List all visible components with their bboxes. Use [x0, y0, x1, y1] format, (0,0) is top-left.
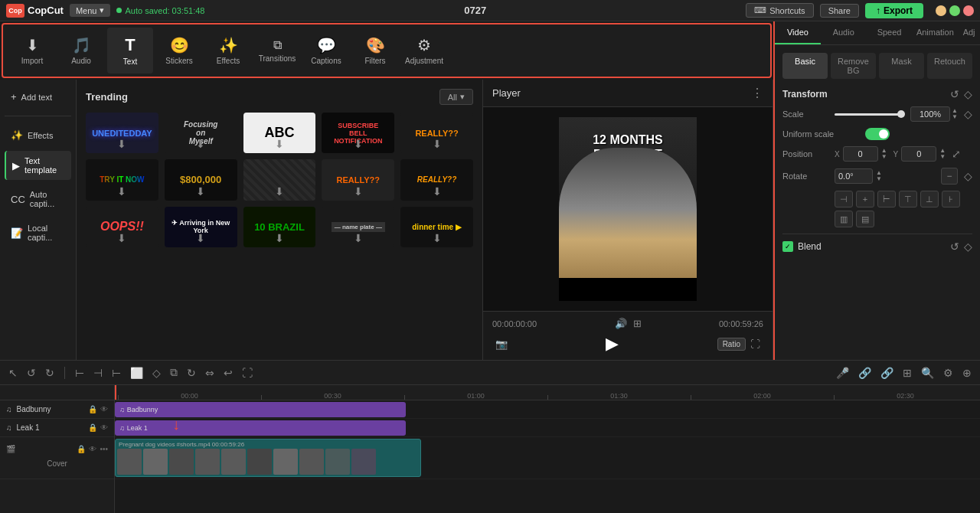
template-card[interactable]: 10 BRAZIL ⬇ — [243, 207, 316, 247]
template-card[interactable]: REALLY?? ⬇ — [322, 159, 394, 200]
tl-magnet-button[interactable]: 🔗 — [878, 364, 896, 381]
tl-redo-button[interactable]: ↻ — [43, 364, 57, 381]
all-button[interactable]: All ▾ — [439, 89, 473, 105]
rotate-keyframe-icon[interactable]: ◇ — [964, 170, 972, 182]
tab-speed[interactable]: Speed — [867, 21, 913, 44]
sidebar-text-template[interactable]: ▶ Text template — [5, 151, 71, 180]
align-distribute-h-button[interactable]: ▥ — [835, 211, 853, 227]
toolbar-filters[interactable]: 🎨 Filters — [352, 28, 398, 74]
sidebar-effects[interactable]: ✨ Effects — [5, 124, 71, 146]
sidebar-auto-caption[interactable]: CC Auto capti... — [5, 185, 71, 214]
blend-checkbox[interactable]: ✓ — [782, 241, 793, 252]
lock2-icon[interactable]: 🔒 — [88, 423, 97, 432]
template-card[interactable]: $800,000 ⬇ — [165, 159, 237, 200]
toolbar-transitions[interactable]: ⧉ Transitions — [254, 28, 300, 74]
tl-cursor-button[interactable]: ↖ — [6, 364, 20, 381]
scale-slider[interactable] — [835, 113, 904, 116]
x-down-arrow[interactable]: ▼ — [881, 154, 887, 160]
tab-video[interactable]: Video — [775, 21, 821, 44]
maximize-button[interactable] — [949, 5, 960, 16]
close-button[interactable] — [963, 5, 974, 16]
tl-zoom-button[interactable]: ⊕ — [960, 364, 974, 381]
template-card[interactable]: SUBSCRIBEBELL NOTIFICATION ⬇ — [322, 113, 394, 153]
tl-rotate-button[interactable]: ↩ — [221, 364, 235, 381]
btab-retouch[interactable]: Retouch — [927, 53, 972, 79]
position-expand-icon[interactable]: ⤢ — [952, 148, 961, 160]
template-card[interactable]: OOPS!! ⬇ — [86, 207, 158, 247]
snapshot-icon[interactable]: 📷 — [495, 338, 508, 350]
tl-mic-button[interactable]: 🎤 — [834, 364, 851, 381]
template-card[interactable]: UNEDITEDDAY ⬇ — [86, 113, 158, 153]
align-center-v-button[interactable]: ⊥ — [920, 191, 939, 207]
rotate-value-input[interactable] — [835, 168, 873, 184]
btab-basic[interactable]: Basic — [782, 53, 828, 79]
clip-leak1[interactable]: ♫ Leak 1 — [115, 420, 406, 436]
template-card[interactable]: ⬇ — [243, 159, 316, 200]
btab-removebg[interactable]: Remove BG — [831, 53, 876, 79]
ratio-button[interactable]: Ratio — [717, 338, 746, 351]
toolbar-stickers[interactable]: 😊 Stickers — [156, 28, 202, 74]
play-button[interactable]: ▶ — [606, 334, 619, 354]
sidebar-local-caption[interactable]: 📝 Local capti... — [5, 218, 71, 247]
minimize-button[interactable] — [936, 5, 946, 16]
template-card[interactable]: REALLY?? ⬇ — [400, 113, 473, 153]
tl-zoom-out-button[interactable]: 🔍 — [919, 364, 936, 381]
template-card[interactable]: ABC ⬇ — [243, 113, 316, 153]
tab-audio[interactable]: Audio — [821, 21, 867, 44]
toolbar-audio[interactable]: 🎵 Audio — [58, 28, 104, 74]
eye3-icon[interactable]: 👁 — [89, 445, 96, 453]
tl-split2-button[interactable]: ⊞ — [900, 364, 914, 381]
position-x-input[interactable] — [843, 146, 878, 162]
template-card[interactable]: — name plate — ⬇ — [322, 207, 394, 247]
tl-copy-button[interactable]: ⧉ — [168, 364, 180, 381]
tl-keyframe-button[interactable]: ◇ — [150, 364, 163, 381]
sidebar-add-text[interactable]: + Add text — [5, 86, 71, 108]
fullscreen-button[interactable]: ⛶ — [750, 338, 760, 350]
more-icon[interactable]: ••• — [100, 445, 108, 453]
rotate-minus-button[interactable]: − — [941, 168, 958, 185]
blend-keyframe-icon[interactable]: ◇ — [964, 240, 972, 253]
export-button[interactable]: ↑ Export — [865, 3, 923, 18]
toolbar-text[interactable]: T Text — [107, 28, 153, 74]
template-card[interactable]: TRY IT NOW ⬇ — [86, 159, 158, 200]
tl-delete-button[interactable]: ⬜ — [128, 364, 145, 381]
scale-value-input[interactable] — [910, 106, 950, 122]
share-button[interactable]: Share — [820, 4, 859, 18]
toolbar-captions[interactable]: 💬 Captions — [303, 28, 349, 74]
align-left-button[interactable]: ⊣ — [835, 191, 853, 207]
btab-mask[interactable]: Mask — [879, 53, 924, 79]
eye2-icon[interactable]: 👁 — [100, 423, 108, 432]
align-right-button[interactable]: ⊢ — [877, 191, 896, 207]
menu-button[interactable]: Menu ▾ — [70, 4, 111, 17]
eye-icon[interactable]: 👁 — [100, 405, 108, 413]
position-y-input[interactable] — [901, 146, 936, 162]
toolbar-import[interactable]: ⬇ Import — [9, 28, 55, 74]
tl-link-button[interactable]: 🔗 — [856, 364, 874, 381]
lock-icon[interactable]: 🔒 — [88, 405, 97, 413]
transform-reset-icon[interactable]: ↺ — [950, 88, 959, 100]
player-menu-icon[interactable]: ⋮ — [751, 86, 763, 100]
clip-badbunny[interactable]: ♫ Badbunny — [115, 402, 406, 417]
scale-keyframe-icon[interactable]: ◇ — [964, 108, 972, 120]
align-distribute-v-button[interactable]: ▤ — [856, 211, 874, 227]
shortcuts-button[interactable]: ⌨ Shortcuts — [746, 3, 813, 18]
align-top-button[interactable]: ⊤ — [899, 191, 917, 207]
tl-undo-button[interactable]: ↺ — [24, 364, 38, 381]
tl-trim-right-button[interactable]: ⊢ — [109, 364, 123, 381]
y-down-arrow[interactable]: ▼ — [939, 154, 946, 160]
align-bottom-button[interactable]: ⊦ — [942, 191, 960, 207]
blend-reset-icon[interactable]: ↺ — [950, 240, 959, 253]
tl-split-button[interactable]: ⊢ — [73, 364, 87, 381]
transform-keyframe-icon[interactable]: ◇ — [964, 88, 972, 100]
speaker-icon[interactable]: 🔊 — [615, 318, 627, 329]
template-card[interactable]: dinner time ▶ ⬇ — [400, 207, 473, 247]
tl-trim-left-button[interactable]: ⊣ — [91, 364, 105, 381]
tl-flip-button[interactable]: ⇔ — [203, 364, 217, 381]
tl-settings-button[interactable]: ⚙ — [941, 364, 956, 381]
tl-crop-button[interactable]: ⛶ — [240, 364, 255, 381]
lock3-icon[interactable]: 🔒 — [77, 445, 86, 453]
tl-loop-button[interactable]: ↻ — [185, 364, 198, 381]
grid-icon[interactable]: ⊞ — [633, 318, 642, 329]
uniform-scale-toggle[interactable] — [865, 128, 890, 140]
clip-video[interactable]: Pregnant dog videos #shorts.mp4 00:00:59… — [115, 439, 421, 477]
